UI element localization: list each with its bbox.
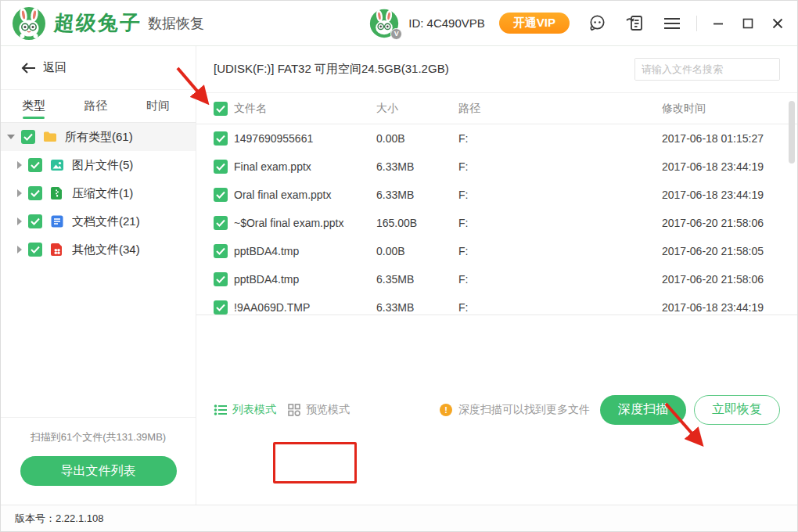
file-path-cell: F: (458, 189, 662, 201)
file-list: 1497690955661 0.00B F: 2017-06-18 01:15:… (196, 124, 797, 315)
collapse-triangle-icon[interactable] (7, 135, 15, 139)
row-checkbox[interactable] (214, 160, 228, 174)
expand-triangle-icon[interactable] (17, 189, 22, 197)
file-size-cell: 6.33MB (376, 160, 458, 173)
list-mode-icon (214, 404, 228, 416)
recover-now-button[interactable]: 立即恢复 (694, 395, 780, 425)
file-time-cell: 2017-06-20 21:58:05 (662, 245, 797, 257)
file-path-cell: F: (458, 273, 662, 286)
file-time-cell: 2017-06-20 21:58:06 (662, 273, 797, 286)
tree-checkbox[interactable] (28, 243, 42, 257)
preview-mode-button[interactable]: 预览模式 (287, 403, 350, 417)
tree-item-documents[interactable]: 文档文件(21) (1, 207, 196, 235)
content-area: 返回 类型 路径 时间 所有类型(61) (1, 46, 797, 505)
tree-checkbox[interactable] (28, 158, 42, 172)
row-checkbox[interactable] (214, 188, 228, 202)
row-checkbox[interactable] (214, 216, 228, 230)
warning-icon: ! (440, 404, 452, 416)
file-path-cell: F: (458, 245, 662, 257)
tree-item-label: 压缩文件(1) (72, 186, 133, 201)
check-icon (216, 275, 225, 283)
row-checkbox[interactable] (214, 131, 228, 146)
deep-scan-button[interactable]: 深度扫描 (600, 395, 686, 425)
app-brand-title: 超级兔子 (53, 9, 142, 37)
column-header-modified[interactable]: 修改时间 (662, 102, 797, 116)
tree-item-label: 图片文件(5) (72, 158, 133, 173)
tree-checkbox[interactable] (28, 186, 42, 200)
scrollbar-thumb[interactable] (789, 101, 795, 164)
disk-info-text: [UDISK(F:)] FAT32 可用空间24.5GB(31.2GB) (214, 62, 449, 77)
image-file-icon (49, 157, 65, 173)
file-size-cell: 0.00B (376, 132, 458, 145)
tree-item-all-types[interactable]: 所有类型(61) (1, 123, 196, 151)
user-avatar[interactable]: V (369, 9, 399, 38)
minimize-icon (712, 17, 724, 30)
file-size-cell: 165.00B (376, 217, 458, 229)
file-path-cell: F: (458, 160, 662, 173)
open-vip-button[interactable]: 开通VIP (499, 13, 570, 34)
back-button[interactable]: 返回 (1, 46, 196, 90)
row-checkbox[interactable] (214, 272, 228, 286)
search-input[interactable] (635, 59, 780, 80)
scan-summary-text: 扫描到61个文件(共131.39MB) (1, 430, 196, 444)
file-time-cell: 2017-06-18 23:44:19 (662, 301, 797, 314)
close-button[interactable] (769, 15, 786, 32)
app-window: 超级兔子 数据恢复 V ID: 4C490VP (0, 0, 798, 532)
version-text: 版本号：2.22.1.108 (15, 512, 103, 526)
scrollbar[interactable] (789, 96, 795, 480)
select-all-checkbox[interactable] (214, 102, 228, 116)
tree-item-label: 文档文件(21) (72, 214, 140, 229)
export-file-list-button[interactable]: 导出文件列表 (20, 456, 177, 486)
expand-triangle-icon[interactable] (17, 161, 22, 169)
tree-item-others[interactable]: 其他文件(34) (1, 235, 196, 264)
action-bar: 列表模式 预览模式 ! 深度扫描可以找到更多文件 深度扫描 立即恢复 (196, 315, 797, 505)
minimize-button[interactable] (710, 15, 727, 32)
tree-checkbox[interactable] (21, 130, 35, 144)
feedback-button[interactable] (624, 13, 645, 34)
sidebar: 返回 类型 路径 时间 所有类型(61) (1, 46, 196, 505)
column-header-path[interactable]: 路径 (458, 102, 662, 116)
sidebar-tabs: 类型 路径 时间 (1, 90, 196, 123)
tree-item-archives[interactable]: 压缩文件(1) (1, 179, 196, 207)
column-header-size[interactable]: 大小 (376, 102, 458, 116)
file-size-cell: 6.33MB (376, 301, 458, 314)
file-time-cell: 2017-06-18 23:44:19 (662, 189, 797, 201)
table-row[interactable]: pptBDA4.tmp 6.35MB F: 2017-06-20 21:58:0… (196, 265, 797, 293)
tab-type[interactable]: 类型 (22, 93, 45, 119)
user-id-text: ID: 4C490VPB (408, 16, 485, 30)
vip-level-badge: V (390, 28, 402, 40)
list-mode-button[interactable]: 列表模式 (214, 403, 276, 417)
row-checkbox[interactable] (214, 244, 228, 258)
expand-triangle-icon[interactable] (17, 246, 22, 253)
check-icon (216, 191, 225, 199)
file-size-cell: 6.35MB (376, 273, 458, 286)
maximize-button[interactable] (739, 15, 757, 32)
table-row[interactable]: Final exam.pptx 6.33MB F: 2017-06-18 23:… (196, 153, 797, 181)
main-header: [UDISK(F:)] FAT32 可用空间24.5GB(31.2GB) (196, 46, 797, 93)
file-path-cell: F: (458, 217, 662, 229)
check-icon (216, 105, 225, 113)
back-arrow-icon (20, 62, 36, 74)
file-name-cell: Oral final exam.pptx (234, 189, 376, 201)
table-row[interactable]: !9AA069D.TMP 6.33MB F: 2017-06-18 23:44:… (196, 293, 797, 315)
table-row[interactable]: Oral final exam.pptx 6.33MB F: 2017-06-1… (196, 181, 797, 209)
tab-path[interactable]: 路径 (84, 93, 108, 119)
expand-triangle-icon[interactable] (17, 217, 22, 225)
file-time-cell: 2017-06-18 23:44:19 (662, 160, 797, 173)
tree-item-images[interactable]: 图片文件(5) (1, 151, 196, 179)
file-name-cell: 1497690955661 (234, 132, 376, 145)
table-row[interactable]: pptBDA4.tmp 0.00B F: 2017-06-20 21:58:05 (196, 237, 797, 265)
table-row[interactable]: ~$Oral final exam.pptx 165.00B F: 2017-0… (196, 209, 797, 237)
check-icon (216, 247, 225, 255)
column-header-filename[interactable]: 文件名 (234, 102, 376, 116)
file-size-cell: 6.33MB (376, 189, 458, 201)
row-checkbox[interactable] (214, 300, 228, 315)
table-row[interactable]: 1497690955661 0.00B F: 2017-06-18 01:15:… (196, 124, 797, 153)
customer-service-button[interactable] (587, 13, 607, 34)
check-icon (216, 135, 225, 142)
main-menu-button[interactable] (662, 13, 682, 34)
tab-time[interactable]: 时间 (146, 93, 170, 119)
search-box (634, 58, 780, 81)
tree-checkbox[interactable] (28, 214, 42, 228)
archive-file-icon (49, 185, 65, 201)
